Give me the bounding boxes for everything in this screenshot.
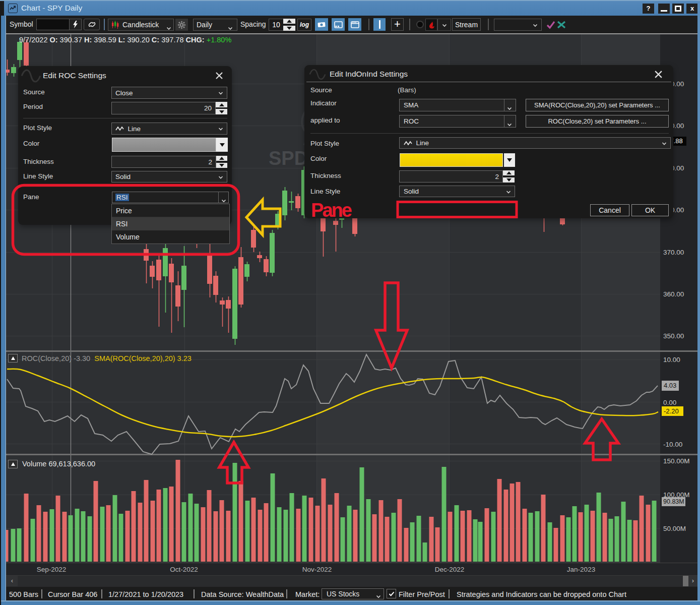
svg-text:Pane: Pane	[311, 200, 352, 221]
